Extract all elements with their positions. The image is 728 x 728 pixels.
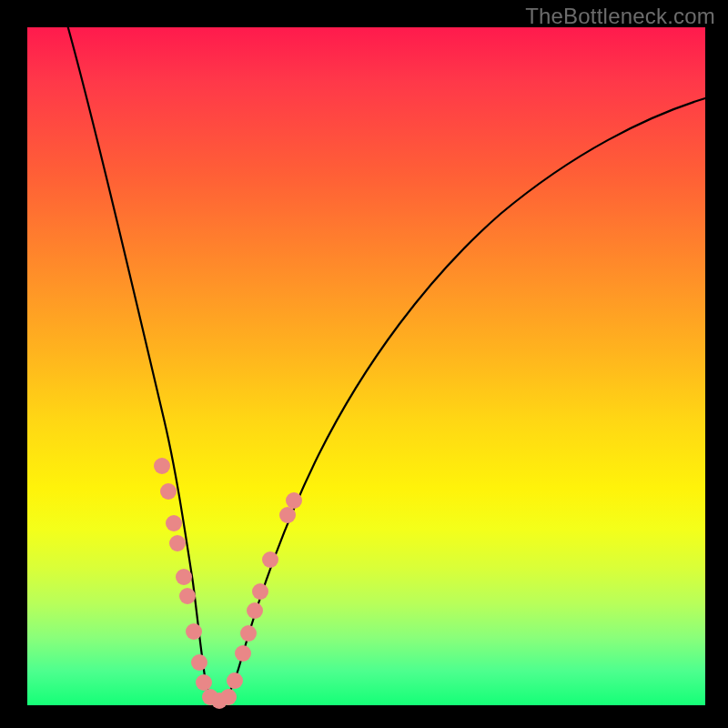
marker-group [154,458,302,709]
chart-frame: TheBottleneck.com [0,0,728,728]
curve-marker [220,689,237,705]
curve-marker [160,483,177,500]
curve-marker [227,672,243,689]
curve-marker [279,507,296,523]
curve-marker [252,583,268,600]
curve-marker [196,674,212,691]
curve-marker [262,551,278,568]
curve-marker [166,515,182,531]
bottleneck-curve-right [218,98,705,703]
bottleneck-curve-left [66,18,218,703]
plot-area [27,27,705,705]
curve-marker [154,458,170,474]
curve-marker [191,654,207,671]
watermark-text: TheBottleneck.com [525,4,715,29]
curve-svg [27,27,705,705]
curve-marker [240,625,257,642]
curve-marker [286,492,302,509]
curve-marker [179,588,196,604]
curve-marker [247,602,263,619]
curve-marker [235,645,251,662]
curve-marker [186,623,202,640]
curve-marker [176,569,192,585]
curve-marker [169,535,186,551]
